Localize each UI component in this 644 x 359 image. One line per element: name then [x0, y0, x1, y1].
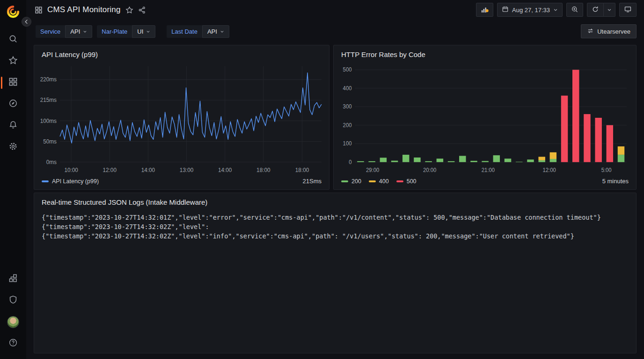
sidebar-item-starred[interactable] — [0, 50, 26, 72]
grafana-logo[interactable] — [6, 5, 20, 19]
sidebar-item-help[interactable] — [0, 333, 26, 354]
svg-text:13:00: 13:00 — [180, 166, 194, 173]
dashboard-grid-icon — [35, 6, 43, 14]
legend-label: 400 — [379, 178, 389, 185]
legend-item-200[interactable]: 200 — [341, 178, 361, 185]
log-line: {"timestamp":"2023-10-27T14:32:02Z","lev… — [42, 222, 629, 231]
refresh-button[interactable] — [587, 3, 604, 17]
legend-swatch — [396, 180, 403, 182]
chevron-down-icon — [220, 29, 224, 34]
panel-api-latency: API Latency (p99) 10:0012:0014:0013:0014… — [34, 45, 329, 190]
error-rates-bar-chart-svg[interactable]: 010020030040050029:0020:0021:0012:005:00 — [337, 61, 631, 178]
time-range-label: Aug 27, 17:33 — [512, 7, 550, 14]
share-icon[interactable] — [138, 6, 146, 14]
error-rates-chart[interactable]: 010020030040050029:0020:0021:0012:005:00 — [334, 60, 636, 178]
legend-item[interactable]: API Latency (p99) — [42, 178, 99, 185]
panel-json-logs: Real-time Structured JSON Logs (Intake M… — [34, 193, 637, 353]
variable-value: API — [70, 28, 80, 35]
zoom-out-button[interactable] — [566, 3, 583, 17]
sidebar-item-alerting[interactable] — [0, 115, 26, 136]
shield-icon — [8, 295, 18, 306]
panel-title[interactable]: API Latency (p99) — [34, 45, 329, 60]
main-area: CMS API Monitoring — [26, 0, 644, 359]
svg-text:100: 100 — [343, 140, 352, 146]
app-root: CMS API Monitoring — [0, 0, 644, 359]
user-action-button[interactable]: Utearservee — [581, 24, 637, 38]
latency-corner-value: 21Sms — [303, 178, 322, 185]
variable-label[interactable]: Last Date — [167, 25, 202, 38]
help-icon — [8, 338, 18, 349]
svg-text:0: 0 — [349, 159, 351, 165]
swap-arrows-icon — [587, 28, 594, 36]
latency-legend: API Latency (p99) 21Sms — [34, 178, 329, 189]
sidebar-item-admin[interactable] — [0, 290, 26, 311]
sidebar-item-configuration[interactable] — [0, 136, 26, 158]
topbar: CMS API Monitoring — [26, 0, 644, 20]
svg-text:5:00: 5:00 — [601, 166, 612, 172]
variable-value-dropdown[interactable]: UI — [132, 25, 155, 38]
legend-item-400[interactable]: 400 — [369, 178, 389, 185]
variable-label[interactable]: Nar-Plate — [97, 25, 132, 38]
variable-service: Service API — [36, 25, 92, 38]
chevron-down-icon — [146, 29, 150, 34]
legend-swatch — [369, 180, 376, 182]
sidebar-item-dashboards[interactable] — [0, 72, 26, 93]
sidebar-collapse-button[interactable] — [22, 17, 31, 27]
user-action-label: Utearservee — [597, 28, 630, 35]
sidebar-item-search[interactable] — [0, 29, 26, 50]
log-lines[interactable]: {"timestamp":"2023-10-27T14:32:01Z","lev… — [34, 208, 636, 245]
sidebar-item-profile[interactable] — [0, 311, 26, 333]
panel-title[interactable]: HTTP Error Rates by Code — [334, 45, 636, 60]
chevron-down-icon — [607, 7, 612, 14]
log-line: {"timestamp":"2023-10-27T14:32:01Z","lev… — [42, 213, 629, 222]
analytics-button[interactable] — [476, 3, 493, 17]
legend-swatch — [341, 180, 348, 182]
log-line: {"timestamp":"2023-10-27T14:32:02Z","lev… — [42, 231, 629, 241]
dashboard-grid: API Latency (p99) 10:0012:0014:0013:0014… — [26, 43, 644, 359]
error-rates-interval: 5 minutes — [602, 178, 629, 185]
legend-item-500[interactable]: 500 — [396, 178, 417, 185]
legend-label: API Latency (p99) — [52, 178, 99, 185]
sidebar — [0, 0, 26, 359]
refresh-group — [587, 3, 615, 17]
variable-label[interactable]: Service — [36, 25, 65, 38]
variable-value-dropdown[interactable]: API — [202, 25, 229, 38]
panel-title[interactable]: Real-time Structured JSON Logs (Intake M… — [34, 193, 636, 208]
svg-text:215ms: 215ms — [40, 97, 57, 103]
sidebar-item-explore[interactable] — [0, 93, 26, 115]
svg-text:12:00: 12:00 — [103, 166, 117, 173]
svg-text:100ms: 100ms — [40, 118, 57, 124]
tv-mode-button[interactable] — [619, 3, 637, 17]
magnifier-zoom-icon — [571, 6, 578, 14]
favorite-star-icon[interactable] — [125, 6, 133, 14]
svg-text:300: 300 — [343, 103, 352, 109]
error-rates-legend: 200 400 500 5 minutes — [334, 178, 636, 189]
latency-line-chart-svg[interactable]: 10:0012:0014:0013:0014:0018:0018:000ms50… — [37, 61, 324, 178]
variable-last-date: Last Date API — [167, 25, 229, 38]
legend-label: 500 — [407, 178, 417, 185]
sidebar-item-apps[interactable] — [0, 268, 26, 290]
time-range-picker[interactable]: Aug 27, 17:33 — [497, 3, 563, 17]
variable-value-dropdown[interactable]: API — [65, 25, 92, 38]
dashboards-grid-icon — [8, 77, 18, 88]
svg-text:50ms: 50ms — [43, 138, 57, 145]
svg-text:20:00: 20:00 — [423, 166, 436, 172]
gear-icon — [8, 142, 18, 153]
svg-text:200: 200 — [343, 122, 352, 128]
variable-value: UI — [137, 28, 143, 35]
refresh-interval-caret[interactable] — [604, 3, 615, 17]
legend-swatch — [42, 180, 49, 182]
apps-icon — [8, 273, 18, 285]
panel-http-error-rates: HTTP Error Rates by Code 010020030040050… — [333, 45, 637, 190]
svg-text:500: 500 — [343, 66, 352, 72]
latency-chart[interactable]: 10:0012:0014:0013:0014:0018:0018:000ms50… — [34, 60, 329, 178]
avatar — [7, 316, 19, 328]
svg-text:18:00: 18:00 — [295, 166, 309, 173]
page-title: CMS API Monitoring — [47, 5, 121, 14]
calendar-icon — [502, 6, 509, 14]
svg-text:14:00: 14:00 — [218, 166, 232, 173]
svg-text:400: 400 — [343, 85, 352, 91]
bell-icon — [8, 120, 18, 131]
svg-text:220ms: 220ms — [40, 76, 57, 83]
search-icon — [8, 34, 18, 45]
